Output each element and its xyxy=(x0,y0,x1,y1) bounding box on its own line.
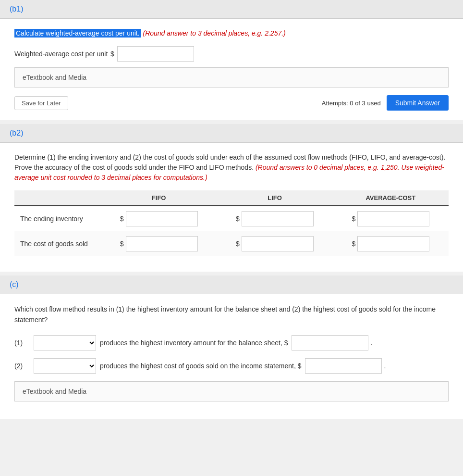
section-b1-id: (b1) xyxy=(10,5,23,13)
b2-row2-lifo-input[interactable] xyxy=(242,236,314,251)
b1-field-row: Weighted-average cost per unit $ xyxy=(14,46,449,62)
b1-field-label: Weighted-average cost per unit xyxy=(14,50,110,58)
b2-row1-fifo-dollar: $ xyxy=(120,215,124,223)
b1-question: Calculate weighted-average cost per unit… xyxy=(14,28,449,38)
b1-question-highlight: Calculate weighted-average cost per unit… xyxy=(14,29,141,38)
c-row1-amount-input[interactable] xyxy=(292,335,368,351)
b2-row1-label: The ending inventory xyxy=(14,206,101,231)
c-row2-amount-input[interactable] xyxy=(305,358,382,374)
c-row1-suffix: produces the highest inventory amount fo… xyxy=(100,339,288,347)
b2-col-empty xyxy=(14,190,101,206)
table-row: The cost of goods sold $ $ xyxy=(14,231,449,256)
b2-row2-fifo-dollar: $ xyxy=(120,240,124,248)
section-b2-id: (b2) xyxy=(10,129,23,137)
section-b2: (b2) Determine (1) the ending inventory … xyxy=(0,124,463,272)
b2-col-fifo-header: FIFO xyxy=(101,190,217,206)
c-row1-number: (1) xyxy=(14,339,34,347)
b2-row1-avg-cell: $ xyxy=(333,206,449,231)
b1-right-group: Attempts: 0 of 3 used Submit Answer xyxy=(322,95,449,111)
b1-input[interactable] xyxy=(117,46,194,62)
b1-etextbook: eTextbook and Media xyxy=(14,67,449,88)
section-b1: (b1) Calculate weighted-average cost per… xyxy=(0,0,463,120)
b2-row2-lifo-input-group: $ xyxy=(222,236,327,251)
b2-row1-avg-input-group: $ xyxy=(339,211,443,226)
b1-attempts-text: Attempts: 0 of 3 used xyxy=(322,100,381,107)
b2-row1-lifo-input-group: $ xyxy=(222,211,327,226)
b1-question-red: (Round answer to 3 decimal places, e.g. … xyxy=(143,29,285,37)
b1-etextbook-label: eTextbook and Media xyxy=(23,74,86,81)
c-row1-period: . xyxy=(370,339,372,347)
b2-row2-lifo-dollar: $ xyxy=(236,240,240,248)
b2-row1-lifo-cell: $ xyxy=(217,206,332,231)
b2-row2-avg-input-group: $ xyxy=(339,236,443,251)
section-c-body: Which cost flow method results in (1) th… xyxy=(0,294,463,419)
c-question: Which cost flow method results in (1) th… xyxy=(14,304,449,326)
b2-col-lifo-header: LIFO xyxy=(217,190,332,206)
section-c-id: (c) xyxy=(10,280,19,288)
b1-footer: Save for Later Attempts: 0 of 3 used Sub… xyxy=(14,95,449,111)
c-row2-period: . xyxy=(384,362,386,370)
b2-row2-lifo-cell: $ xyxy=(217,231,332,256)
b2-table-header-row: FIFO LIFO AVERAGE-COST xyxy=(14,190,449,206)
b2-row1-avg-input[interactable] xyxy=(357,211,429,226)
b2-row2-label: The cost of goods sold xyxy=(14,231,101,256)
c-etextbook: eTextbook and Media xyxy=(14,381,449,401)
c-row2-suffix: produces the highest cost of goods sold … xyxy=(100,362,301,370)
b2-row1-lifo-dollar: $ xyxy=(236,215,240,223)
c-row1-dropdown[interactable]: FIFO LIFO Average-Cost xyxy=(34,335,96,351)
section-c-header: (c) xyxy=(0,276,463,294)
b1-dollar-sign: $ xyxy=(110,50,114,58)
section-b1-body: Calculate weighted-average cost per unit… xyxy=(0,19,463,120)
section-b2-body: Determine (1) the ending inventory and (… xyxy=(0,143,463,272)
b2-row2-avg-dollar: $ xyxy=(352,240,355,248)
b2-row1-fifo-input[interactable] xyxy=(126,211,198,226)
section-b1-header: (b1) xyxy=(0,0,463,19)
b2-row1-avg-dollar: $ xyxy=(352,215,355,223)
b2-row2-fifo-input-group: $ xyxy=(107,236,211,251)
c-row2-dropdown[interactable]: FIFO LIFO Average-Cost xyxy=(34,358,96,374)
table-row: The ending inventory $ $ xyxy=(14,206,449,231)
b2-row2-fifo-cell: $ xyxy=(101,231,217,256)
section-c: (c) Which cost flow method results in (1… xyxy=(0,276,463,419)
b2-col-avg-header: AVERAGE-COST xyxy=(333,190,449,206)
c-answer-row-1: (1) FIFO LIFO Average-Cost produces the … xyxy=(14,335,449,351)
b2-row1-fifo-cell: $ xyxy=(101,206,217,231)
b2-row2-avg-cell: $ xyxy=(333,231,449,256)
b1-submit-button[interactable]: Submit Answer xyxy=(387,95,449,111)
c-answer-row-2: (2) FIFO LIFO Average-Cost produces the … xyxy=(14,358,449,374)
b2-table-container: FIFO LIFO AVERAGE-COST The ending invent… xyxy=(14,190,449,256)
b2-row1-fifo-input-group: $ xyxy=(107,211,211,226)
b2-row2-fifo-input[interactable] xyxy=(126,236,198,251)
b2-row2-avg-input[interactable] xyxy=(357,236,429,251)
c-etextbook-label: eTextbook and Media xyxy=(23,388,86,395)
b2-table: FIFO LIFO AVERAGE-COST The ending invent… xyxy=(14,190,449,256)
b2-row1-lifo-input[interactable] xyxy=(242,211,314,226)
section-b2-header: (b2) xyxy=(0,124,463,143)
b1-save-later-button[interactable]: Save for Later xyxy=(14,96,68,110)
b2-question: Determine (1) the ending inventory and (… xyxy=(14,152,449,183)
c-row2-number: (2) xyxy=(14,362,34,370)
